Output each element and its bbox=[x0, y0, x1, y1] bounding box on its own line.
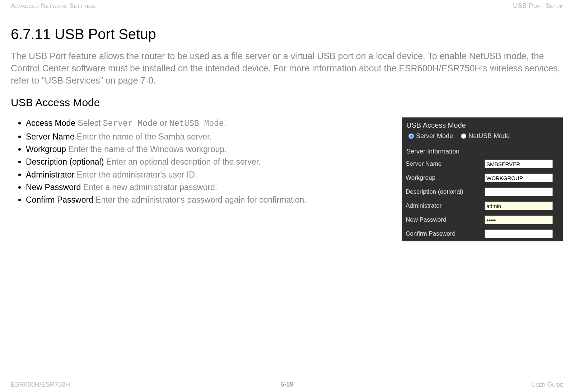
term: Workgroup bbox=[26, 145, 66, 154]
page: Advanced Network Settings USB Port Setup… bbox=[0, 0, 574, 392]
field-cell bbox=[481, 171, 563, 185]
body: Enter a new administrator password. bbox=[81, 183, 217, 192]
body: or bbox=[158, 118, 169, 128]
radio-server-mode-input[interactable] bbox=[409, 133, 414, 139]
page-title: 6.7.11 USB Port Setup bbox=[11, 26, 563, 42]
radio-netusb-mode-label: NetUSB Mode bbox=[468, 132, 510, 140]
page-header: Advanced Network Settings USB Port Setup bbox=[11, 0, 563, 10]
table-row: New Password bbox=[402, 213, 563, 227]
table-row: Server Name bbox=[402, 157, 563, 171]
field-label: Workgroup bbox=[402, 171, 481, 185]
term: Access Mode bbox=[26, 118, 75, 128]
term: Server Name bbox=[26, 132, 74, 141]
body: Enter an optional description of the ser… bbox=[104, 157, 261, 166]
radio-netusb-mode-input[interactable] bbox=[461, 133, 466, 139]
confirm-password-input[interactable] bbox=[485, 230, 553, 238]
section-heading: USB Access Mode bbox=[11, 96, 563, 109]
field-cell bbox=[481, 185, 563, 199]
term: New Password bbox=[26, 183, 81, 192]
term: Administrator bbox=[26, 170, 74, 179]
radio-row: Server Mode NetUSB Mode bbox=[402, 132, 563, 145]
field-cell bbox=[481, 199, 563, 213]
panel-title: USB Access Mode bbox=[402, 118, 563, 132]
body: . bbox=[224, 118, 226, 128]
radio-server-mode[interactable]: Server Mode bbox=[409, 132, 453, 140]
intro-paragraph: The USB Port feature allows the router t… bbox=[11, 50, 563, 86]
field-label: Administrator bbox=[402, 199, 481, 213]
field-label: Server Name bbox=[402, 157, 481, 171]
list-item: New Password Enter a new administrator p… bbox=[26, 181, 391, 193]
list-item: Confirm Password Enter the administrator… bbox=[26, 194, 391, 206]
field-cell bbox=[481, 213, 563, 227]
footer-page-number: 6-89 bbox=[280, 381, 293, 388]
description-input[interactable] bbox=[485, 188, 553, 196]
footer-left: ESR600H/ESR750H bbox=[11, 381, 70, 388]
footer-right: User Guide bbox=[531, 381, 563, 388]
content-row: Access Mode Select Server Mode or NetUSB… bbox=[11, 117, 563, 241]
body: Enter the administrator's user ID. bbox=[74, 170, 197, 179]
panel-section-label: Server Information bbox=[402, 145, 563, 157]
list-item: Server Name Enter the name of the Samba … bbox=[26, 131, 391, 143]
list-item: Access Mode Select Server Mode or NetUSB… bbox=[26, 117, 391, 130]
term: Confirm Password bbox=[26, 195, 93, 204]
field-label: New Password bbox=[402, 213, 481, 227]
usb-access-panel: USB Access Mode Server Mode NetUSB Mode … bbox=[402, 117, 563, 241]
header-right: USB Port Setup bbox=[513, 2, 563, 10]
field-label: Description (optional) bbox=[402, 185, 481, 199]
list-item: Workgroup Enter the name of the Windows … bbox=[26, 143, 391, 155]
table-row: Description (optional) bbox=[402, 185, 563, 199]
workgroup-input[interactable] bbox=[485, 174, 553, 182]
body: Enter the administrator's password again… bbox=[93, 195, 307, 204]
list-item: Description (optional) Enter an optional… bbox=[26, 156, 391, 168]
mono: Server Mode bbox=[103, 119, 158, 128]
term: Description (optional) bbox=[26, 157, 104, 166]
radio-netusb-mode[interactable]: NetUSB Mode bbox=[461, 132, 510, 140]
header-left: Advanced Network Settings bbox=[11, 2, 95, 10]
body: Select bbox=[75, 118, 103, 128]
body: Enter the name of the Samba server. bbox=[74, 132, 211, 141]
body: Enter the name of the Windows workgroup. bbox=[66, 145, 227, 154]
new-password-input[interactable] bbox=[485, 216, 553, 224]
table-row: Administrator bbox=[402, 199, 563, 213]
table-row: Workgroup bbox=[402, 171, 563, 185]
administrator-input[interactable] bbox=[485, 202, 553, 210]
bullet-list: Access Mode Select Server Mode or NetUSB… bbox=[11, 117, 402, 207]
mono: NetUSB Mode bbox=[169, 119, 224, 128]
field-cell bbox=[481, 157, 563, 171]
table-row: Confirm Password bbox=[402, 227, 563, 241]
field-label: Confirm Password bbox=[402, 227, 481, 241]
server-name-input[interactable] bbox=[485, 160, 553, 168]
form-table: Server Name Workgroup Description (optio… bbox=[402, 157, 563, 241]
list-item: Administrator Enter the administrator's … bbox=[26, 169, 391, 181]
page-footer: ESR600H/ESR750H 6-89 User Guide bbox=[11, 381, 563, 388]
field-cell bbox=[481, 227, 563, 241]
radio-server-mode-label: Server Mode bbox=[416, 132, 453, 140]
